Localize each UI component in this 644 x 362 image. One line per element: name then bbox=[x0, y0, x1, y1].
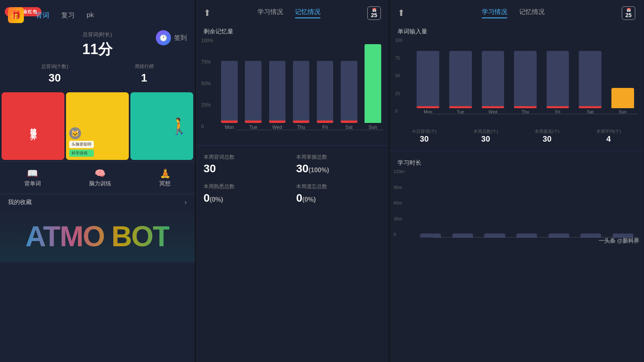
right-tabs: 学习情况 记忆情况 bbox=[482, 8, 545, 18]
y-axis-right1: 100 75 50 25 0 bbox=[395, 38, 402, 113]
card-red-text: 绝不放弃 bbox=[29, 123, 37, 129]
middle-tabs: 学习情况 记忆情况 bbox=[258, 8, 320, 18]
bar-label-mon: Mon bbox=[225, 125, 234, 130]
card-tag-top: 头脑更聪明 bbox=[69, 141, 94, 148]
memory-bar-chart: 100% 75% 50% 25% 0 Mon bbox=[196, 38, 389, 141]
tab-memory-middle[interactable]: 记忆情况 bbox=[295, 8, 320, 18]
right-header: ⬆ 学习情况 记忆情况 📅 25 bbox=[390, 0, 643, 24]
mini-stats-row: 今日背词(个) 30 本周总数(个) 30 本周最高(个) 30 本周平均(个)… bbox=[390, 125, 643, 147]
card-red[interactable]: 绝不放弃 bbox=[2, 92, 64, 160]
sbar-thu: Thu bbox=[510, 38, 541, 114]
sbar-red-fri bbox=[547, 106, 569, 108]
mini-value-week-total: 30 bbox=[473, 134, 498, 144]
total-count-label: 总背词(个数) bbox=[41, 63, 68, 70]
sbar-label-wed: Wed bbox=[489, 109, 497, 114]
nav-item-brain[interactable]: 🧠 脑力训练 bbox=[89, 168, 111, 187]
panel-left: 领取现金红包 🎁 背词 复习 pk 总背词(时长) 11分 🕐 签到 总背词(个… bbox=[0, 0, 195, 362]
share-icon[interactable]: ⬆ bbox=[204, 8, 211, 18]
bar-label-fri: Fri bbox=[322, 125, 328, 130]
stat-box-rank: 周排行榜 1 bbox=[135, 63, 154, 84]
study-time-chart: 120m 90m 60m 30m 0 bbox=[390, 169, 643, 249]
card-yellow[interactable]: 🐱 头脑更聪明 科学游戏 bbox=[66, 92, 129, 160]
word-input-chart: 100 75 50 25 0 Mon bbox=[390, 38, 643, 125]
weekly-rank-label: 周排行榜 bbox=[135, 63, 154, 70]
two-stats: 总背词(个数) 30 周排行榜 1 bbox=[0, 59, 195, 92]
weekly-rank-value: 1 bbox=[135, 72, 154, 84]
ws-label-total: 本周背词总数 bbox=[204, 154, 288, 161]
sbar-label-sat: Sat bbox=[587, 109, 594, 114]
checkin-clock-icon[interactable]: 🕐 bbox=[156, 30, 171, 45]
weekly-stats: 本周背词总数 30 本周掌握总数 30(100%) 本周熟悉总数 0(0%) 本… bbox=[196, 150, 389, 208]
bar-red-mon bbox=[221, 121, 238, 123]
sbar-label-sun: Sun bbox=[619, 109, 627, 114]
sbar-label-tue: Tue bbox=[457, 109, 464, 114]
ws-value-familiar: 0(0%) bbox=[204, 192, 288, 204]
card-teal[interactable]: 🚶 bbox=[130, 92, 193, 160]
collections-label: 我的收藏 bbox=[8, 199, 32, 206]
sbar-label-thu: Thu bbox=[522, 109, 529, 114]
calendar-icon-middle[interactable]: 📅 25 bbox=[367, 6, 381, 20]
bar-sat: Sat bbox=[339, 38, 359, 130]
gift-icon[interactable]: 🎁 bbox=[8, 7, 24, 23]
section-title-words: 单词输入量 bbox=[390, 24, 643, 38]
ws-mastered: 本周掌握总数 30(100%) bbox=[296, 154, 381, 175]
nav-item-flash[interactable]: 📖 背单词 bbox=[24, 168, 41, 187]
collections-row[interactable]: 我的收藏 › bbox=[0, 194, 195, 210]
bar-red-thu bbox=[293, 121, 310, 123]
meditate-icon: 🧘 bbox=[159, 168, 171, 179]
bar-mon: Mon bbox=[219, 38, 240, 130]
collections-preview: ATMO BOT bbox=[0, 210, 195, 262]
card-avatar: 🐱 bbox=[69, 127, 81, 139]
collections-arrow-icon: › bbox=[184, 198, 187, 206]
bar-wed: Wed bbox=[267, 38, 287, 130]
divider-right bbox=[390, 151, 643, 151]
bar-tue: Tue bbox=[243, 38, 264, 130]
card-tag-bottom: 科学游戏 bbox=[69, 150, 94, 157]
bar-red-tue bbox=[245, 121, 262, 123]
watermark: 一头条 @新科界 bbox=[599, 237, 639, 245]
tab-study-middle[interactable]: 学习情况 bbox=[258, 8, 283, 18]
total-count-value: 30 bbox=[41, 72, 68, 84]
sbar-fri: Fri bbox=[543, 38, 573, 114]
nav-pk[interactable]: pk bbox=[87, 11, 94, 19]
nav-label-meditate: 冥想 bbox=[159, 180, 171, 187]
bar-label-sun: Sun bbox=[369, 125, 377, 130]
sbar-red-wed bbox=[482, 106, 504, 108]
sbar-red-thu bbox=[514, 106, 537, 108]
nav-item-meditate[interactable]: 🧘 冥想 bbox=[159, 168, 171, 187]
y-axis-labels: 100% 75% 50% 25% 0 bbox=[201, 38, 213, 129]
nav-fuxi[interactable]: 复习 bbox=[61, 11, 75, 20]
share-icon-right[interactable]: ⬆ bbox=[398, 8, 405, 18]
sbar-sat: Sat bbox=[575, 38, 605, 114]
card-yellow-content: 🐱 头脑更聪明 科学游戏 bbox=[69, 127, 94, 157]
cards-row: 绝不放弃 🐱 头脑更聪明 科学游戏 🚶 bbox=[0, 92, 195, 160]
brain-icon: 🧠 bbox=[89, 168, 111, 179]
tab-study-right[interactable]: 学习情况 bbox=[482, 8, 507, 18]
mini-stat-today: 今日背词(个) 30 bbox=[412, 128, 436, 144]
tbar-wed bbox=[480, 169, 510, 237]
section-title-memory: 剩余记忆量 bbox=[196, 24, 389, 38]
sbar-label-mon: Mon bbox=[424, 109, 432, 114]
ws-familiar: 本周熟悉总数 0(0%) bbox=[204, 183, 288, 204]
bottom-nav: 📖 背单词 🧠 脑力训练 🧘 冥想 bbox=[0, 162, 195, 194]
tbar-tue bbox=[448, 169, 478, 237]
nav-label-flash: 背单词 bbox=[24, 180, 41, 187]
bar-label-tue: Tue bbox=[249, 125, 257, 130]
sbar-red-tue bbox=[449, 106, 472, 108]
bar-label-thu: Thu bbox=[297, 125, 305, 130]
ws-forgotten: 本周遗忘总数 0(0%) bbox=[296, 183, 381, 204]
mini-stat-week-high: 本周最高(个) 30 bbox=[535, 128, 559, 144]
panel-middle: ⬆ 学习情况 记忆情况 📅 25 剩余记忆量 100% 75% 50% 25% … bbox=[195, 0, 390, 362]
bar-fri: Fri bbox=[315, 38, 336, 130]
bar-label-sat: Sat bbox=[345, 125, 353, 130]
calendar-icon-right[interactable]: 📅 25 bbox=[622, 6, 635, 20]
nav-beici[interactable]: 背词 bbox=[36, 11, 49, 20]
tab-memory-right[interactable]: 记忆情况 bbox=[519, 8, 545, 18]
mini-value-week-avg: 4 bbox=[596, 134, 621, 144]
sbar-wed: Wed bbox=[478, 38, 508, 114]
mini-stat-week-total: 本周总数(个) 30 bbox=[473, 128, 498, 144]
stat-box-count: 总背词(个数) 30 bbox=[41, 63, 68, 84]
panel-right: ⬆ 学习情况 记忆情况 📅 25 单词输入量 100 75 50 25 0 bbox=[390, 0, 643, 362]
mini-value-today: 30 bbox=[412, 134, 436, 144]
checkin-button[interactable]: 签到 bbox=[174, 34, 187, 42]
